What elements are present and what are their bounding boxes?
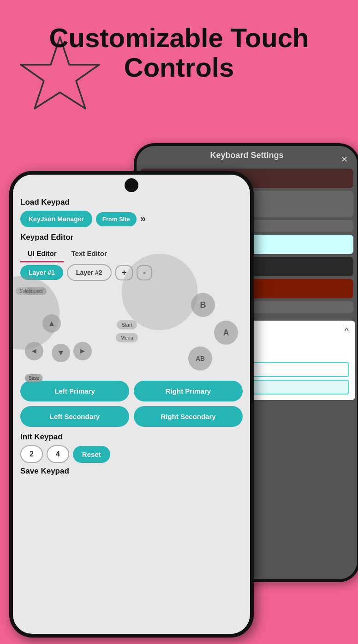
reset-btn[interactable]: Reset [73, 446, 110, 463]
init-num2[interactable]: 4 [47, 445, 69, 463]
dpad-right-btn[interactable]: ► [73, 342, 92, 360]
layer2-btn[interactable]: Layer #2 [67, 264, 112, 281]
gamepad-area: Layer2 Aspect Select ▲ ▼ ◄ ► Fast Slow [20, 286, 243, 377]
load-keypad-row: KeyJson Manager From Site » [20, 211, 243, 227]
init-num1[interactable]: 2 [20, 445, 43, 463]
init-keypad-title: Init Keypad [20, 432, 243, 442]
btn-b[interactable]: B [191, 293, 215, 317]
color-buttons-grid: Left Primary Right Primary Left Secondar… [20, 381, 243, 427]
editor-tabs: UI Editor Text Editor [20, 246, 243, 262]
keyboard-settings-title: Keyboard Settings [210, 151, 283, 160]
from-site-btn[interactable]: From Site [96, 212, 137, 226]
back-phone-header: Keyboard Settings ✕ [137, 146, 357, 165]
dpad-down-btn[interactable]: ▼ [52, 344, 70, 362]
close-icon[interactable]: ✕ [341, 154, 348, 164]
tab-text-editor[interactable]: Text Editor [64, 246, 114, 262]
phone-notch [125, 178, 138, 192]
front-phone: Load Keypad KeyJson Manager From Site » … [9, 171, 254, 638]
dpad-circle [13, 276, 60, 350]
center-controls: Start Menu [116, 320, 138, 342]
btn-a[interactable]: A [214, 321, 238, 345]
left-primary-btn[interactable]: Left Primary [20, 381, 129, 401]
menu-btn[interactable]: Menu [116, 333, 138, 342]
dpad-up-btn[interactable]: ▲ [42, 314, 61, 333]
chevron-right-icon: » [140, 213, 146, 225]
save-small-btn[interactable]: Save [25, 374, 43, 382]
load-keypad-title: Load Keypad [20, 198, 243, 207]
right-secondary-btn[interactable]: Right Secondary [134, 406, 243, 427]
right-circle [122, 254, 198, 330]
tab-ui-editor[interactable]: UI Editor [20, 246, 64, 262]
right-primary-btn[interactable]: Right Primary [134, 381, 243, 401]
btn-ab[interactable]: AB [188, 346, 212, 371]
dpad-left-btn[interactable]: ◄ [25, 342, 43, 360]
keypad-editor-title: Keypad Editor [20, 233, 243, 242]
init-keypad-row: 2 4 Reset [20, 445, 243, 463]
keyjson-manager-btn[interactable]: KeyJson Manager [20, 211, 92, 227]
dpad-section: Layer2 Aspect Select ▲ ▼ ◄ ► Fast Slow [20, 287, 99, 375]
left-secondary-btn[interactable]: Left Secondary [20, 406, 129, 427]
start-btn[interactable]: Start [117, 320, 137, 329]
action-btns-section: B A AB [155, 287, 243, 375]
save-keypad-section: Save Keypad [20, 467, 243, 476]
save-keypad-title: Save Keypad [20, 467, 243, 476]
page-title: Customizable Touch Controls [0, 23, 358, 82]
